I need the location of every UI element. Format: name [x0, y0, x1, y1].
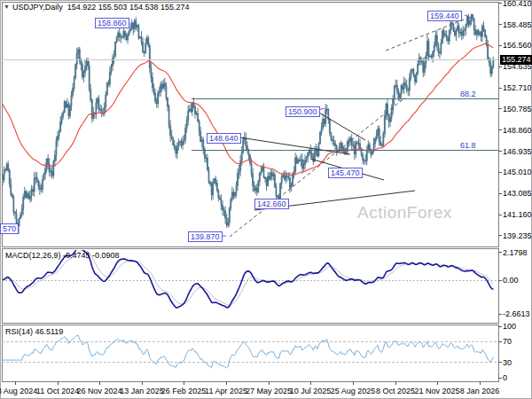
time-axis-label: 26 Nov 2024	[76, 387, 121, 395]
time-axis-label: 25 Aug 2025	[331, 387, 376, 395]
rsi-indicator-area[interactable]	[2, 325, 498, 381]
rsi-axis-label: 0	[503, 373, 507, 382]
time-axis-label: 27 May 2025	[246, 387, 292, 395]
price-swing-label[interactable]: 150.900	[286, 106, 320, 117]
price-swing-label[interactable]: 570	[0, 223, 19, 234]
time-axis-label: 11 Oct 2024	[36, 387, 79, 395]
price-axis-label: 152.710	[503, 83, 532, 92]
price-axis-label: 143.085	[503, 189, 532, 198]
fib-level-label: 88.2	[460, 90, 476, 98]
macd-axis-label: -2.6613	[503, 309, 530, 318]
price-axis-label: 148.860	[503, 126, 532, 135]
price-swing-label[interactable]: 159.440	[427, 11, 462, 21]
price-swing-label[interactable]: 139.870	[188, 231, 223, 242]
time-axis-label: 11 Apr 2025	[205, 387, 247, 395]
time-axis-label: 13 Jan 2025	[120, 387, 164, 395]
rsi-axis-label: 100	[503, 322, 516, 331]
rsi-label: RSI(14) 46.5119	[5, 327, 63, 336]
time-axis-label: 8 Jan 2026	[460, 387, 500, 395]
watermark: ActionForex	[357, 203, 452, 223]
time-axis-label: 10 Jul 2025	[290, 387, 332, 395]
price-axis-label: 154.635	[503, 62, 532, 71]
rsi-axis-label: 30	[503, 358, 512, 367]
collapse-chart-icon[interactable]: ▼	[4, 4, 10, 10]
price-axis-label: 145.010	[503, 168, 532, 176]
time-axis-label: 21 Nov 2025	[414, 387, 459, 395]
time-axis-label: 28 Aug 2024	[0, 387, 37, 395]
chart-title: ▼USDJPY,Daily 154.922 155.503 154.538 15…	[4, 3, 189, 12]
price-axis-label: 156.560	[503, 41, 532, 50]
rsi-axis-label: 70	[503, 337, 512, 346]
price-axis-label: 139.235	[503, 231, 532, 240]
symbol-timeframe: USDJPY,Daily	[12, 3, 63, 12]
price-axis-label: 158.485	[503, 20, 532, 29]
macd-label: MACD(12,26,9) -0.4745 -0.0908	[5, 251, 120, 260]
price-axis-label: 141.160	[503, 210, 532, 219]
price-swing-label[interactable]: 158.860	[95, 18, 129, 28]
chart-window: ▼USDJPY,Daily 154.922 155.503 154.538 15…	[0, 0, 532, 399]
time-axis-label: 26 Feb 2025	[161, 387, 207, 395]
price-swing-label[interactable]: 145.470	[328, 168, 363, 178]
time-axis-label: 8 Oct 2025	[376, 387, 415, 395]
fib-level-label: 61.8	[460, 141, 476, 150]
price-axis-label: 150.785	[503, 105, 532, 113]
price-swing-label[interactable]: 142.660	[254, 199, 289, 209]
macd-axis-label: 0.00	[503, 276, 519, 285]
price-axis-label: 146.935	[503, 147, 532, 156]
ohlc-values: 154.922 155.503 154.538 155.274	[67, 3, 190, 12]
macd-axis-label: 2.1798	[503, 248, 528, 257]
price-axis-label: 160.410	[503, 0, 532, 8]
price-swing-label[interactable]: 148.640	[207, 133, 241, 144]
